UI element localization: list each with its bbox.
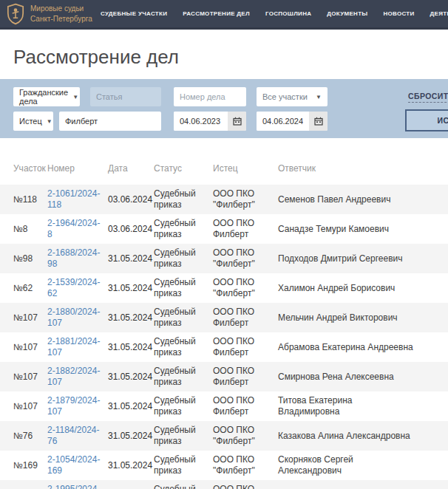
case-number-link[interactable]: 2-1539/2024-62 [47,277,100,298]
cell-precinct: №118 [0,185,47,214]
cell-precinct: №76 [0,421,47,451]
date-to-input[interactable] [257,112,309,131]
case-number-link[interactable]: 2-1964/2024-8 [47,218,100,239]
cell-plaintiff: ООО ПКО Филберт [213,332,278,362]
cell-plaintiff: ООО ПКО Филберт [213,362,278,391]
table-header-row: Участок Номер Дата Статус Истец Ответчик [0,138,448,185]
cell-defendant: Халимон Андрей Борисович [278,273,448,303]
cell-date: 31.05.2024 [108,332,154,362]
cell-number: 2-1995/2024-188 [47,480,108,489]
col-status: Статус [154,138,213,185]
cell-number: 2-1054/2024-169 [47,451,108,480]
case-number-link[interactable]: 2-1054/2024-169 [47,454,100,476]
cell-status: Судебный приказ [154,332,213,362]
col-number: Номер [47,138,108,185]
case-number-link[interactable]: 2-1882/2024-107 [47,366,100,387]
cell-precinct: №62 [0,273,47,303]
case-number-link[interactable]: 2-1880/2024-107 [47,307,100,328]
cell-defendant: Смирнова Рена Алексеевна [278,362,448,391]
party-role-select[interactable]: Истец ▼ [13,112,53,131]
cell-plaintiff: ООО ПКО Филберт [213,214,278,244]
chevron-down-icon: ▼ [42,118,52,125]
cell-plaintiff: ООО ПКО "Филберт" [213,480,278,489]
case-number-link[interactable]: 2-1881/2024-107 [47,336,100,358]
table-row: №1692-1054/2024-16931.05.2024Судебный пр… [0,451,448,480]
cell-plaintiff: ООО ПКО "Филберт" [213,244,278,273]
cell-plaintiff: ООО ПКО Филберт [213,303,278,332]
case-number-link[interactable]: 2-1061/2024-118 [47,188,100,210]
cell-precinct: №188 [0,480,47,489]
nav-item-duty[interactable]: ГОСПОШЛИНА [265,10,311,17]
cell-date: 31.05.2024 [108,391,154,421]
cell-defendant: Мельчин Андрей Викторович [278,303,448,332]
nav-item-news[interactable]: НОВОСТИ [383,10,414,17]
cell-defendant: Казакова Алина Александровна [278,421,448,451]
calendar-icon[interactable] [309,112,327,131]
party-name-input[interactable] [59,112,161,131]
cell-status: Судебный приказ [154,273,213,303]
cell-date: 31.05.2024 [108,362,154,391]
cell-defendant: Скорняков Сергей Александрович [278,451,448,480]
table-row: №622-1539/2024-6231.05.2024Судебный прик… [0,273,448,303]
cell-number: 2-1688/2024-98 [47,244,108,273]
table-row: №1882-1995/2024-18831.05.2024Судебный пр… [0,480,448,489]
cell-number: 2-1880/2024-107 [47,303,108,332]
cell-date: 31.05.2024 [108,303,154,332]
precinct-select[interactable]: Все участки ▼ [257,87,327,106]
case-type-value: Гражданские дела [19,88,68,106]
cell-plaintiff: ООО ПКО Филберт [213,391,278,421]
reset-filter-link[interactable]: СБРОСИТЬ [408,92,448,103]
shield-icon [6,3,25,25]
nav-item-activity[interactable]: ДЕЯТЕЛЬНОСТЬ [430,10,448,17]
table-row: №1072-1882/2024-10731.05.2024Судебный пр… [0,362,448,391]
table-row: №982-1688/2024-9831.05.2024Судебный прик… [0,244,448,273]
cell-status: Судебный приказ [154,480,213,489]
cell-status: Судебный приказ [154,421,213,451]
article-input[interactable] [90,87,161,106]
cell-date: 03.06.2024 [108,214,154,244]
party-role-value: Истец [19,117,42,126]
cell-precinct: №169 [0,451,47,480]
cell-date: 31.05.2024 [108,451,154,480]
table-row: №1072-1881/2024-10731.05.2024Судебный пр… [0,332,448,362]
nav-item-cases[interactable]: РАССМОТРЕНИЕ ДЕЛ [183,10,250,17]
cell-plaintiff: ООО ПКО "Филберт" [213,421,278,451]
cell-defendant: Шмаль Надежда Викторовна [278,480,448,489]
page-title: Рассмотрение дел [13,46,448,69]
filter-panel: Гражданские дела ▼ Все участки ▼ СБРОСИТ… [0,79,448,138]
cell-date: 31.05.2024 [108,421,154,451]
cases-table: Участок Номер Дата Статус Истец Ответчик… [0,138,448,489]
cell-date: 31.05.2024 [108,244,154,273]
main-nav: СУДЕБНЫЕ УЧАСТКИ РАССМОТРЕНИЕ ДЕЛ ГОСПОШ… [101,10,448,17]
cell-precinct: №107 [0,303,47,332]
calendar-icon[interactable] [228,112,246,131]
cell-status: Судебный приказ [154,451,213,480]
cell-precinct: №107 [0,391,47,421]
case-number-link[interactable]: 2-1688/2024-98 [47,247,100,269]
col-precinct: Участок [0,138,47,185]
cell-number: 2-1964/2024-8 [47,214,108,244]
cell-defendant: Титова Екатерина Владимировна [278,391,448,421]
page: Мировые судьи Санкт-Петербурга СУДЕБНЫЕ … [0,0,448,489]
case-type-select[interactable]: Гражданские дела ▼ [13,87,80,106]
chevron-down-icon: ▼ [68,94,78,100]
nav-item-documents[interactable]: ДОКУМЕНТЫ [327,10,367,17]
cell-number: 2-1882/2024-107 [47,362,108,391]
site-logo[interactable]: Мировые судьи Санкт-Петербурга [6,3,89,25]
cell-plaintiff: ООО ПКО "Филберт" [213,273,278,303]
cell-number: 2-1184/2024-76 [47,421,108,451]
case-number-input[interactable] [174,87,246,106]
cell-date: 31.05.2024 [108,273,154,303]
date-from-input[interactable] [174,112,228,131]
cell-defendant: Подходов Дмитрий Сергеевич [278,244,448,273]
case-number-link[interactable]: 2-1184/2024-76 [47,425,100,446]
cell-status: Судебный приказ [154,362,213,391]
case-number-link[interactable]: 2-1879/2024-107 [47,395,100,417]
top-nav: Мировые судьи Санкт-Петербурга СУДЕБНЫЕ … [0,0,448,30]
table-row: №1072-1880/2024-10731.05.2024Судебный пр… [0,303,448,332]
nav-item-precincts[interactable]: СУДЕБНЫЕ УЧАСТКИ [101,10,167,17]
cell-number: 2-1539/2024-62 [47,273,108,303]
case-number-link[interactable]: 2-1995/2024-188 [47,484,100,489]
search-button[interactable]: ИСКАТЬ [405,109,448,131]
cell-precinct: №107 [0,362,47,391]
